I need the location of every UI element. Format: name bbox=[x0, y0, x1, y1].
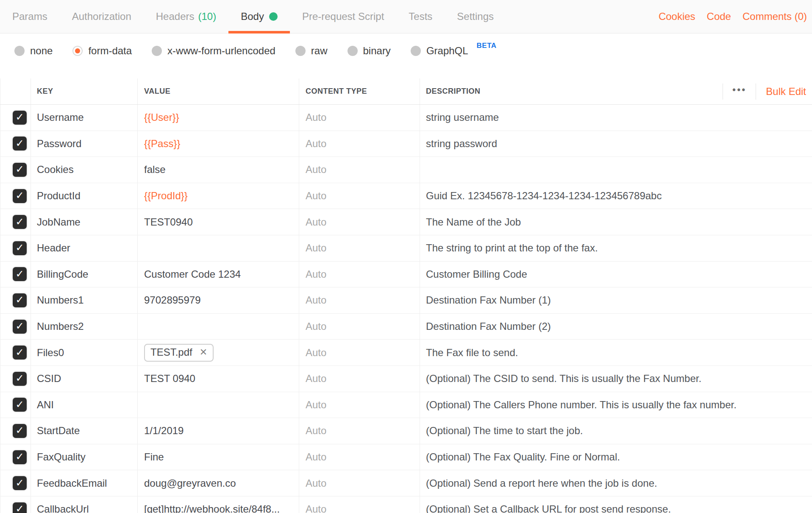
row-checkbox-checked[interactable]: ✓ bbox=[13, 241, 27, 255]
key-field[interactable]: FeedbackEmail bbox=[31, 470, 138, 496]
description-field[interactable]: (Optional) Send a report here when the j… bbox=[420, 470, 812, 496]
tab-tests[interactable]: Tests bbox=[396, 0, 445, 33]
content-type-field[interactable]: Auto bbox=[299, 131, 420, 157]
description-field[interactable]: The Name of the Job bbox=[420, 209, 812, 235]
description-field[interactable]: (Optional) Set a Callback URL for post s… bbox=[420, 496, 812, 513]
row-checkbox-checked[interactable]: ✓ bbox=[13, 267, 27, 281]
content-type-field[interactable]: Auto bbox=[299, 314, 420, 340]
radio-icon[interactable] bbox=[348, 46, 358, 56]
description-field[interactable]: (Optional) The CSID to send. This is usu… bbox=[420, 366, 812, 392]
row-checkbox-checked[interactable]: ✓ bbox=[13, 424, 27, 438]
tab-authorization[interactable]: Authorization bbox=[60, 0, 144, 33]
key-field[interactable]: ProductId bbox=[31, 183, 138, 209]
description-field[interactable]: Destination Fax Number (2) bbox=[420, 314, 812, 340]
radio-icon[interactable] bbox=[411, 46, 421, 56]
content-type-field[interactable]: Auto bbox=[299, 287, 420, 313]
key-field[interactable]: Username bbox=[31, 105, 138, 131]
tab-params[interactable]: Params bbox=[0, 0, 60, 33]
body-mode-raw[interactable]: raw bbox=[295, 45, 328, 57]
row-checkbox-checked[interactable]: ✓ bbox=[13, 293, 27, 307]
row-checkbox-checked[interactable]: ✓ bbox=[13, 111, 27, 125]
value-field[interactable]: {{Pass}} bbox=[138, 131, 299, 157]
tab-body[interactable]: Body bbox=[228, 0, 290, 33]
description-field[interactable]: string username bbox=[420, 105, 812, 131]
value-field[interactable]: [get]http://webhook.site/84f8... bbox=[138, 496, 299, 513]
content-type-field[interactable]: Auto bbox=[299, 340, 420, 365]
content-type-field[interactable]: Auto bbox=[299, 157, 420, 183]
content-type-field[interactable]: Auto bbox=[299, 392, 420, 418]
value-field[interactable] bbox=[138, 314, 299, 340]
comments-0-link[interactable]: Comments (0) bbox=[742, 11, 807, 22]
remove-file-icon[interactable]: ✕ bbox=[200, 348, 207, 357]
description-field[interactable]: Guid Ex. 12345678-1234-1234-1234-1234567… bbox=[420, 183, 812, 209]
radio-icon[interactable] bbox=[295, 46, 306, 56]
value-field[interactable]: TEST.pdf✕ bbox=[138, 340, 299, 365]
content-type-field[interactable]: Auto bbox=[299, 262, 420, 287]
tab-pre-request-script[interactable]: Pre-request Script bbox=[290, 0, 396, 33]
radio-icon[interactable] bbox=[152, 46, 162, 56]
code-link[interactable]: Code bbox=[707, 11, 731, 22]
file-chip[interactable]: TEST.pdf✕ bbox=[144, 344, 214, 362]
content-type-field[interactable]: Auto bbox=[299, 235, 420, 261]
key-field[interactable]: FaxQuality bbox=[31, 444, 138, 470]
description-field[interactable]: string password bbox=[420, 131, 812, 157]
value-field[interactable]: {{User}} bbox=[138, 105, 299, 131]
key-field[interactable]: Numbers2 bbox=[31, 314, 138, 340]
content-type-field[interactable]: Auto bbox=[299, 366, 420, 392]
value-field[interactable]: TEST 0940 bbox=[138, 366, 299, 392]
more-options-icon[interactable]: ••• bbox=[723, 85, 756, 95]
row-checkbox-checked[interactable]: ✓ bbox=[13, 398, 27, 412]
tab-headers[interactable]: Headers(10) bbox=[144, 0, 228, 33]
row-checkbox-checked[interactable]: ✓ bbox=[13, 450, 27, 464]
key-field[interactable]: Password bbox=[31, 131, 138, 157]
row-checkbox-checked[interactable]: ✓ bbox=[13, 215, 27, 229]
description-field[interactable]: Customer Billing Code bbox=[420, 262, 812, 287]
key-field[interactable]: Numbers1 bbox=[31, 287, 138, 313]
description-field[interactable]: (Optional) The Fax Quality. Fine or Norm… bbox=[420, 444, 812, 470]
value-field[interactable]: Customer Code 1234 bbox=[138, 262, 299, 287]
value-field[interactable]: false bbox=[138, 157, 299, 183]
content-type-field[interactable]: Auto bbox=[299, 496, 420, 513]
row-checkbox-checked[interactable]: ✓ bbox=[13, 346, 27, 360]
key-field[interactable]: Cookies bbox=[31, 157, 138, 183]
body-mode-none[interactable]: none bbox=[14, 45, 53, 57]
value-field[interactable] bbox=[138, 235, 299, 261]
content-type-field[interactable]: Auto bbox=[299, 418, 420, 444]
row-checkbox-checked[interactable]: ✓ bbox=[13, 372, 27, 386]
row-checkbox-checked[interactable]: ✓ bbox=[13, 163, 27, 177]
row-checkbox-checked[interactable]: ✓ bbox=[13, 476, 27, 490]
key-field[interactable]: CSID bbox=[31, 366, 138, 392]
key-field[interactable]: Header bbox=[31, 235, 138, 261]
bulk-edit-button[interactable]: Bulk Edit bbox=[756, 86, 812, 98]
description-field[interactable]: The Fax file to send. bbox=[420, 340, 812, 365]
value-field[interactable]: 1/1/2019 bbox=[138, 418, 299, 444]
value-field[interactable]: Fine bbox=[138, 444, 299, 470]
body-mode-x-www-form-urlencoded[interactable]: x-www-form-urlencoded bbox=[152, 45, 275, 57]
cookies-link[interactable]: Cookies bbox=[659, 11, 695, 22]
content-type-field[interactable]: Auto bbox=[299, 183, 420, 209]
content-type-field[interactable]: Auto bbox=[299, 470, 420, 496]
tab-settings[interactable]: Settings bbox=[445, 0, 506, 33]
description-field[interactable] bbox=[420, 157, 812, 183]
description-field[interactable]: The string to print at the top of the fa… bbox=[420, 235, 812, 261]
key-field[interactable]: Files0 bbox=[31, 340, 138, 365]
radio-icon[interactable] bbox=[14, 46, 25, 56]
row-checkbox-checked[interactable]: ✓ bbox=[13, 502, 27, 513]
value-field[interactable]: 9702895979 bbox=[138, 287, 299, 313]
row-checkbox-checked[interactable]: ✓ bbox=[13, 137, 27, 151]
key-field[interactable]: StartDate bbox=[31, 418, 138, 444]
key-field[interactable]: CallbackUrl bbox=[31, 496, 138, 513]
row-checkbox-checked[interactable]: ✓ bbox=[13, 189, 27, 203]
value-field[interactable] bbox=[138, 392, 299, 418]
key-field[interactable]: JobName bbox=[31, 209, 138, 235]
content-type-field[interactable]: Auto bbox=[299, 444, 420, 470]
body-mode-form-data[interactable]: form-data bbox=[72, 45, 132, 57]
content-type-field[interactable]: Auto bbox=[299, 209, 420, 235]
description-field[interactable]: Destination Fax Number (1) bbox=[420, 287, 812, 313]
radio-selected-icon[interactable] bbox=[72, 46, 83, 56]
value-field[interactable]: TEST0940 bbox=[138, 209, 299, 235]
description-field[interactable]: (Optional) The time to start the job. bbox=[420, 418, 812, 444]
row-checkbox-checked[interactable]: ✓ bbox=[13, 320, 27, 334]
value-field[interactable]: doug@greyraven.co bbox=[138, 470, 299, 496]
value-field[interactable]: {{ProdId}} bbox=[138, 183, 299, 209]
